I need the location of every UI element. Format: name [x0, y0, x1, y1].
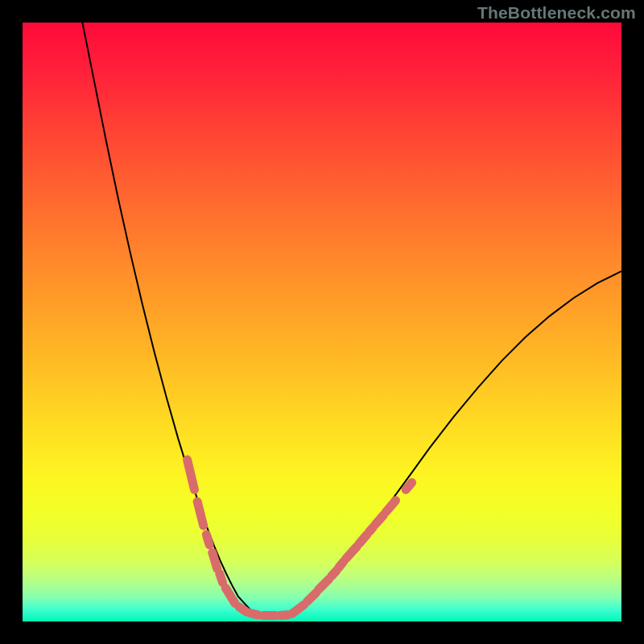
dash-overlay: [188, 460, 412, 616]
dash-segment: [375, 515, 383, 525]
plot-area: [23, 23, 621, 621]
dash-segment: [206, 535, 209, 545]
dash-segment: [359, 535, 367, 543]
dash-segment: [319, 579, 329, 589]
chart-frame: TheBottleneck.com: [0, 0, 644, 644]
dash-segment: [197, 502, 204, 526]
dash-segment: [332, 571, 336, 576]
dash-segment: [346, 547, 357, 559]
dash-segment: [280, 615, 288, 616]
dash-segment: [188, 460, 195, 489]
dash-segment: [220, 574, 223, 583]
dash-segment: [386, 501, 396, 512]
dash-segment: [250, 613, 258, 615]
dash-segment: [225, 588, 235, 603]
dash-segment: [213, 552, 217, 568]
watermark-text: TheBottleneck.com: [477, 3, 636, 23]
dash-segment: [292, 605, 304, 613]
dash-segment: [239, 607, 246, 612]
curve-svg: [23, 23, 621, 621]
dash-segment: [307, 592, 316, 601]
dash-segment: [339, 562, 344, 568]
dash-segment: [406, 482, 411, 489]
dash-segment: [369, 527, 373, 531]
bottleneck-curve: [82, 23, 621, 616]
